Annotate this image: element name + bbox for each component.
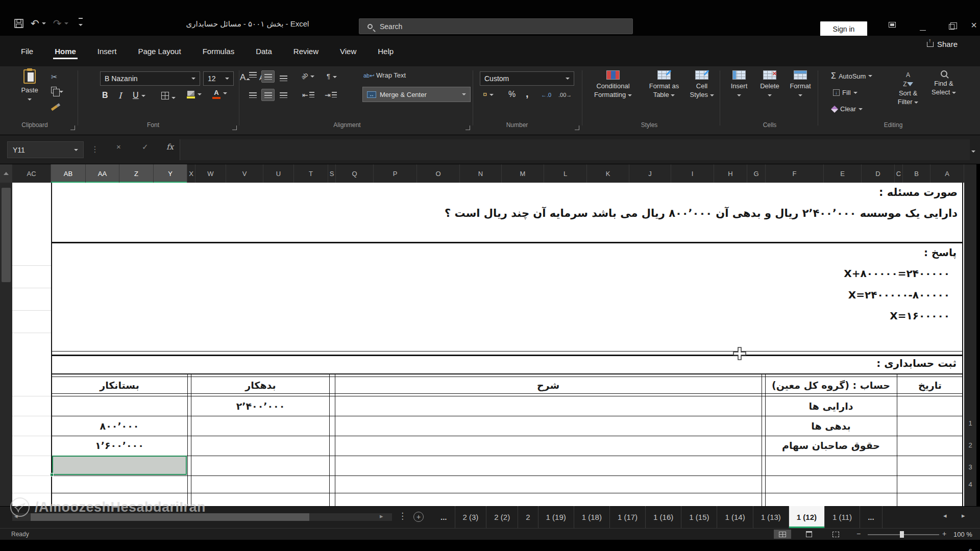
column-header[interactable]: F xyxy=(766,164,824,183)
column-header[interactable]: A xyxy=(930,164,964,183)
sheet-tab[interactable]: 1 (15) xyxy=(681,506,717,528)
wrap-text-button[interactable]: ab↩ Wrap Text xyxy=(363,71,406,79)
align-center-icon[interactable] xyxy=(261,89,275,101)
scroll-right-icon[interactable]: ▸ xyxy=(380,512,383,520)
tab-scroll-left-icon[interactable]: ◂ xyxy=(943,512,947,519)
column-header[interactable]: T xyxy=(294,164,328,183)
column-header[interactable]: P xyxy=(374,164,417,183)
minimize-button[interactable] xyxy=(913,23,933,33)
ribbon-tab[interactable]: Page Layout xyxy=(127,42,191,60)
orientation-icon[interactable]: ab xyxy=(301,72,314,80)
decrease-decimal-icon[interactable]: .00→ xyxy=(558,92,572,98)
merge-center-button[interactable]: ↔ Merge & Center xyxy=(362,87,471,102)
column-header[interactable]: M xyxy=(502,164,544,183)
ribbon-display-options-icon[interactable] xyxy=(882,20,902,30)
ribbon-tab[interactable]: Formulas xyxy=(192,42,246,60)
sheet-tab[interactable]: 1 (18) xyxy=(574,506,610,528)
column-header[interactable]: N xyxy=(460,164,502,183)
sheet-tab[interactable]: 1 (13) xyxy=(753,506,789,528)
sheet-tab[interactable]: 1 (16) xyxy=(646,506,681,528)
vertical-scrollbar-top-button[interactable] xyxy=(0,164,12,183)
ribbon-tab[interactable]: View xyxy=(329,42,367,60)
find-select-button[interactable]: Find &Select xyxy=(927,70,961,96)
font-dialog-launcher-icon[interactable] xyxy=(232,126,237,130)
row-header[interactable]: 4 xyxy=(964,477,976,492)
formula-bar-grip[interactable]: ⋮ xyxy=(91,144,99,154)
clear-button[interactable]: Clear xyxy=(832,105,863,113)
sheet-tab[interactable]: 2 (2) xyxy=(486,506,518,528)
column-header[interactable]: Z xyxy=(119,164,154,183)
alignment-dialog-launcher-icon[interactable] xyxy=(465,126,470,130)
page-layout-view-icon[interactable] xyxy=(800,530,818,539)
new-sheet-icon[interactable]: + xyxy=(413,512,424,522)
column-header[interactable]: G xyxy=(747,164,766,183)
ribbon-tab[interactable]: Insert xyxy=(87,42,128,60)
column-header[interactable]: Y xyxy=(154,164,187,183)
cut-icon[interactable]: ✂ xyxy=(51,72,58,82)
bottom-align-icon[interactable] xyxy=(277,70,290,83)
align-right-icon[interactable] xyxy=(277,89,290,101)
fill-handle[interactable] xyxy=(50,473,54,477)
percent-style-icon[interactable]: % xyxy=(508,90,516,99)
delete-cells-button[interactable]: Delete xyxy=(755,70,784,99)
fill-color-icon[interactable] xyxy=(187,90,202,98)
number-dialog-launcher-icon[interactable] xyxy=(575,126,579,130)
zoom-slider-thumb[interactable] xyxy=(900,531,904,538)
format-painter-icon[interactable] xyxy=(51,103,58,111)
sheet-tab[interactable]: 1 (17) xyxy=(610,506,646,528)
align-left-icon[interactable] xyxy=(246,89,259,101)
column-header[interactable]: E xyxy=(824,164,862,183)
sign-in-button[interactable]: Sign in xyxy=(820,21,867,37)
conditional-formatting-button[interactable]: ConditionalFormatting xyxy=(586,70,640,99)
number-format-combo[interactable]: Custom xyxy=(480,71,574,86)
normal-view-icon[interactable] xyxy=(774,530,791,539)
autosum-button[interactable]: ΣAutoSum xyxy=(831,71,872,81)
font-size-combo[interactable]: 12 xyxy=(203,71,234,86)
ribbon-tab[interactable]: Data xyxy=(245,42,283,60)
vertical-scrollbar[interactable] xyxy=(0,183,12,506)
sheet-tab[interactable]: 1 (19) xyxy=(538,506,574,528)
borders-icon[interactable] xyxy=(161,92,176,101)
fill-button[interactable]: ↓Fill xyxy=(833,89,857,96)
top-align-icon[interactable] xyxy=(246,70,259,83)
vertical-scrollbar-thumb[interactable] xyxy=(2,188,11,282)
sheet-tab[interactable]: 1 (12) xyxy=(789,506,825,528)
underline-button[interactable]: U xyxy=(133,91,145,100)
copy-icon[interactable] xyxy=(51,87,63,95)
column-header[interactable]: AA xyxy=(86,164,119,183)
enter-icon[interactable]: ✓ xyxy=(142,142,149,152)
decrease-indent-icon[interactable]: ⇤ xyxy=(302,91,314,99)
save-icon[interactable] xyxy=(14,19,23,28)
selected-cell-Y11[interactable] xyxy=(52,456,187,475)
increase-decimal-icon[interactable]: ←.0 xyxy=(541,92,551,98)
ribbon-tab[interactable]: Home xyxy=(44,42,87,60)
sheet-tab[interactable]: 1 (11) xyxy=(825,506,860,528)
insert-cells-button[interactable]: Insert xyxy=(725,70,753,99)
accounting-format-icon[interactable]: ¤ xyxy=(483,90,494,98)
row-header[interactable]: 6 xyxy=(964,543,976,551)
clipboard-dialog-launcher-icon[interactable] xyxy=(70,126,75,130)
undo-icon[interactable]: ↶ xyxy=(31,17,46,30)
formula-input[interactable] xyxy=(180,139,970,160)
share-button[interactable]: Share xyxy=(927,40,958,48)
font-color-icon[interactable]: A xyxy=(212,89,227,99)
expand-formula-bar-icon[interactable] xyxy=(969,146,975,156)
sheet-tab[interactable]: 1 (14) xyxy=(717,506,753,528)
column-header[interactable]: D xyxy=(862,164,895,183)
ribbon-tab[interactable]: File xyxy=(10,42,44,60)
page-break-view-icon[interactable] xyxy=(827,530,844,539)
name-box[interactable]: Y11 xyxy=(7,141,84,158)
column-header[interactable]: C xyxy=(895,164,903,183)
sheet-tab[interactable]: ... xyxy=(860,506,883,528)
column-header[interactable]: J xyxy=(629,164,671,183)
zoom-in-icon[interactable]: + xyxy=(942,530,946,538)
ribbon-tab[interactable]: Review xyxy=(283,42,329,60)
row-header[interactable]: 3 xyxy=(964,459,976,474)
format-as-table-button[interactable]: Format asTable xyxy=(642,70,686,99)
select-all-corner[interactable] xyxy=(964,164,976,183)
sheet-tab[interactable]: ... xyxy=(433,506,455,528)
sheet-tab[interactable]: 2 (3) xyxy=(455,506,487,528)
cell-styles-button[interactable]: CellStyles xyxy=(686,70,718,99)
cancel-icon[interactable]: × xyxy=(116,142,121,151)
italic-button[interactable]: I xyxy=(118,91,121,101)
